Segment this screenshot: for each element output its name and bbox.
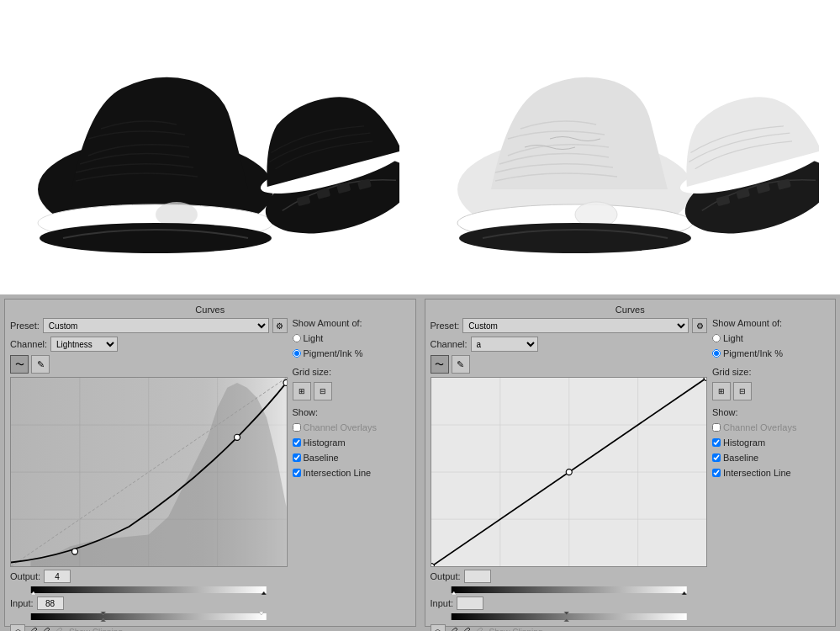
right-grid-size-label: Grid size: (712, 367, 830, 377)
black-shoe-image (0, 0, 420, 294)
right-gear-button[interactable]: ⚙ (692, 318, 707, 333)
left-intersection-check[interactable] (293, 469, 301, 477)
left-radio-light-row: Light (293, 333, 410, 343)
right-tool-row: 〜 ✎ (431, 355, 708, 374)
shoe-images-container (0, 0, 840, 294)
svg-point-33 (235, 434, 240, 440)
right-show-amount-label: Show Amount of: (712, 318, 830, 328)
right-channel-select[interactable]: Lightness a b (471, 337, 538, 352)
left-grid-buttons: ⊞ ⊟ (293, 382, 410, 400)
left-gear-button[interactable]: ⚙ (272, 318, 288, 333)
left-input-value[interactable]: 88 (37, 597, 64, 610)
right-baseline-label: Baseline (723, 453, 758, 463)
left-preset-row: Preset: Custom ⚙ (10, 318, 288, 333)
left-show-label: Show: (293, 407, 410, 417)
left-eyedropper-black[interactable]: 🖋 (28, 626, 38, 631)
svg-rect-56 (451, 613, 686, 620)
right-show-clipping-label: Show Clipping (489, 628, 543, 631)
left-tool-row: 〜 ✎ (10, 355, 288, 374)
curves-panels-container: Curves Preset: Custom ⚙ Channel: (0, 294, 840, 631)
svg-point-52 (566, 469, 572, 475)
left-pen-tool-button[interactable]: ✎ (31, 355, 50, 374)
right-radio-pigment-label: Pigment/Ink % (723, 348, 783, 358)
svg-point-34 (283, 379, 287, 385)
left-channel-label: Channel: (10, 339, 47, 349)
left-baseline-check[interactable] (293, 453, 301, 462)
right-channel-overlays-check[interactable] (712, 423, 721, 432)
left-channel-overlays-check[interactable] (293, 423, 301, 432)
right-channel-overlays-label: Channel Overlays (723, 422, 796, 432)
left-radio-light[interactable] (293, 334, 301, 342)
right-right-options: Show Amount of: Light Pigment/Ink % Grid… (712, 318, 830, 631)
right-histogram-label: Histogram (723, 437, 765, 448)
svg-rect-53 (451, 586, 686, 593)
right-eyedropper-black[interactable]: 🖋 (448, 626, 458, 631)
left-channel-select[interactable]: Lightness a b (50, 337, 118, 352)
right-histogram-check[interactable] (712, 438, 721, 447)
right-radio-pigment[interactable] (712, 349, 721, 358)
svg-rect-35 (31, 586, 267, 593)
right-baseline-check[interactable] (712, 453, 721, 462)
right-output-row: Output: (431, 570, 708, 583)
left-radio-light-label: Light (304, 333, 324, 343)
right-preset-row: Preset: Custom ⚙ (431, 318, 708, 333)
right-intersection-label: Intersection Line (723, 468, 791, 478)
right-curves-panel: Curves Preset: Custom ⚙ Channel: (425, 299, 837, 627)
left-output-row: Output: 4 (10, 570, 288, 583)
right-curves-graph[interactable] (431, 377, 708, 567)
svg-point-17 (459, 223, 691, 253)
right-eyedropper-gray[interactable]: 🖋 (461, 626, 471, 631)
left-preset-select[interactable]: Custom (43, 318, 269, 333)
right-radio-light[interactable] (712, 334, 721, 342)
right-preset-label: Preset: (431, 321, 460, 331)
right-baseline-row: Baseline (712, 453, 830, 463)
left-baseline-row: Baseline (293, 453, 410, 463)
left-output-value[interactable]: 4 (44, 570, 71, 583)
right-show-label: Show: (712, 407, 830, 417)
left-radio-pigment-label: Pigment/Ink % (304, 348, 363, 358)
right-radio-light-label: Light (723, 333, 743, 343)
left-curves-graph[interactable] (10, 377, 288, 567)
left-show-amount-label: Show Amount of: (293, 318, 410, 328)
left-output-label: Output: (10, 571, 40, 581)
left-histogram-check[interactable] (293, 438, 301, 447)
right-panel-title: Curves (431, 305, 831, 315)
right-input-value[interactable] (457, 597, 483, 610)
right-grid-4x4-button[interactable]: ⊞ (712, 382, 731, 400)
left-radio-pigment[interactable] (293, 349, 301, 358)
right-intersection-row: Intersection Line (712, 468, 830, 478)
left-grid-size-label: Grid size: (293, 367, 410, 377)
left-intersection-row: Intersection Line (293, 468, 410, 478)
right-input-label: Input: (431, 598, 454, 608)
right-preset-select[interactable]: Custom (462, 318, 689, 333)
left-show-clipping-label: Show Clipping (69, 628, 123, 631)
right-intersection-check[interactable] (712, 469, 721, 477)
left-eyedropper-white[interactable]: 🖋 (53, 626, 63, 631)
left-panel-title: Curves (10, 305, 410, 315)
right-input-row: Input: (431, 597, 708, 610)
left-histogram-label: Histogram (304, 437, 346, 448)
left-radio-pigment-row: Pigment/Ink % (293, 348, 410, 358)
left-channel-row: Channel: Lightness a b (10, 337, 288, 352)
right-pen-tool-button[interactable]: ✎ (452, 355, 470, 374)
right-channel-row: Channel: Lightness a b (431, 337, 708, 352)
left-auto-button[interactable]: ⬡ (10, 624, 25, 631)
right-eyedropper-white[interactable]: 🖋 (473, 626, 483, 631)
left-grid-4x4-button[interactable]: ⊞ (293, 382, 311, 400)
right-histogram-row: Histogram (712, 437, 830, 448)
right-auto-button[interactable]: ⬡ (431, 624, 446, 631)
left-grid-10x10-button[interactable]: ⊟ (314, 382, 332, 400)
left-input-label: Input: (10, 598, 34, 608)
right-output-label: Output: (431, 571, 461, 581)
right-curve-tool-button[interactable]: 〜 (431, 355, 449, 374)
left-eyedropper-gray[interactable]: 🖋 (40, 626, 50, 631)
svg-rect-38 (31, 613, 267, 620)
left-input-row: Input: 88 (10, 597, 288, 610)
right-output-value[interactable] (464, 570, 491, 583)
right-radio-pigment-row: Pigment/Ink % (712, 348, 830, 358)
svg-point-32 (72, 549, 78, 554)
left-bottom-tools: ⬡ 🖋 🖋 🖋 Show Clipping (10, 624, 288, 631)
left-histogram-row: Histogram (293, 437, 410, 448)
left-curve-tool-button[interactable]: 〜 (10, 355, 29, 374)
right-grid-10x10-button[interactable]: ⊟ (733, 382, 752, 400)
